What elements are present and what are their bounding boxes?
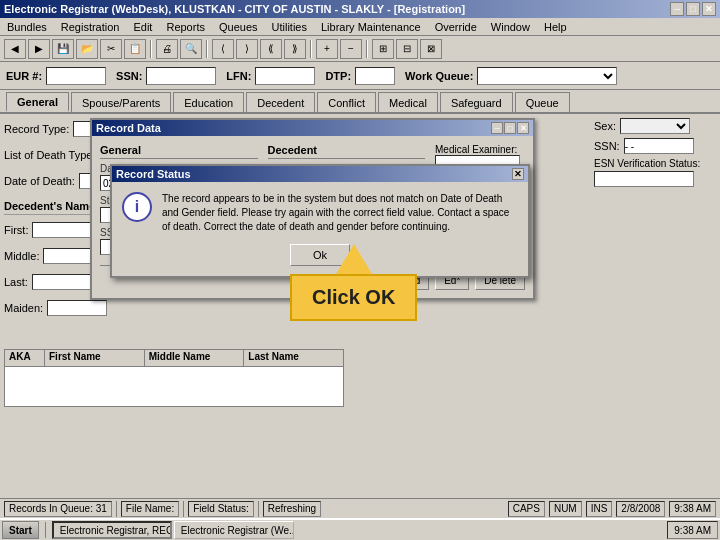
- toolbar-btn-10[interactable]: ⟩: [236, 39, 258, 59]
- record-data-controls: ─ □ ✕: [491, 122, 529, 134]
- toolbar-btn-5[interactable]: ✂: [100, 39, 122, 59]
- record-status-title-bar: Record Status ✕: [112, 166, 528, 182]
- tab-spouse-parents[interactable]: Spouse/Parents: [71, 92, 171, 112]
- toolbar-btn-16[interactable]: ⊟: [396, 39, 418, 59]
- toolbar-btn-17[interactable]: ⊠: [420, 39, 442, 59]
- window-title: Electronic Registrar (WebDesk), KLUSTKAN…: [4, 3, 465, 15]
- menu-edit[interactable]: Edit: [130, 21, 155, 33]
- dtp-field-group: DTP:: [325, 67, 395, 85]
- record-data-title: Record Data: [96, 122, 161, 134]
- menu-help[interactable]: Help: [541, 21, 570, 33]
- toolbar-btn-15[interactable]: ⊞: [372, 39, 394, 59]
- date-of-death-label: Date of Death:: [4, 175, 75, 187]
- refreshing-status: Refreshing: [263, 501, 321, 517]
- status-sep-3: [258, 501, 259, 517]
- toolbar-btn-11[interactable]: ⟪: [260, 39, 282, 59]
- decedent-col-label: Decedent: [268, 144, 426, 159]
- lfn-label: LFN:: [226, 70, 251, 82]
- dtp-input[interactable]: [355, 67, 395, 85]
- system-tray: 9:38 AM: [667, 521, 718, 539]
- maiden-name-input[interactable]: [47, 300, 107, 316]
- datetime-status: 2/8/2008: [616, 501, 665, 517]
- lfn-input[interactable]: [255, 67, 315, 85]
- taskbar-apps: Electronic Registrar, REC... Electronic …: [52, 521, 294, 539]
- toolbar-btn-2[interactable]: ▶: [28, 39, 50, 59]
- taskbar-app-1[interactable]: Electronic Registrar, REC...: [52, 521, 172, 539]
- tab-medical[interactable]: Medical: [378, 92, 438, 112]
- general-col-label: General: [100, 144, 258, 159]
- toolbar-btn-1[interactable]: ◀: [4, 39, 26, 59]
- toolbar: ◀ ▶ 💾 📂 ✂ 📋 🖨 🔍 ⟨ ⟩ ⟪ ⟫ + − ⊞ ⊟ ⊠: [0, 36, 720, 62]
- menu-registration[interactable]: Registration: [58, 21, 123, 33]
- esn-verification-label: ESN Verification Status:: [594, 158, 700, 169]
- sex-select[interactable]: [620, 118, 690, 134]
- status-sep-2: [183, 501, 184, 517]
- menu-bundles[interactable]: Bundles: [4, 21, 50, 33]
- tab-conflict[interactable]: Conflict: [317, 92, 376, 112]
- toolbar-btn-8[interactable]: 🔍: [180, 39, 202, 59]
- minimize-button[interactable]: ─: [670, 2, 684, 16]
- record-status-title: Record Status: [116, 168, 191, 180]
- record-data-maximize[interactable]: □: [504, 122, 516, 134]
- work-queue-select[interactable]: [477, 67, 617, 85]
- tab-general[interactable]: General: [6, 92, 69, 112]
- record-data-minimize[interactable]: ─: [491, 122, 503, 134]
- menu-reports[interactable]: Reports: [163, 21, 208, 33]
- right-ssn-input[interactable]: [624, 138, 694, 154]
- toolbar-btn-6[interactable]: 📋: [124, 39, 146, 59]
- toolbar-btn-4[interactable]: 📂: [76, 39, 98, 59]
- taskbar: Start Electronic Registrar, REC... Elect…: [0, 518, 720, 540]
- menu-library-maintenance[interactable]: Library Maintenance: [318, 21, 424, 33]
- last-name-input[interactable]: [32, 274, 92, 290]
- esn-verification-group: ESN Verification Status:: [594, 158, 714, 187]
- caps-indicator: CAPS: [508, 501, 545, 517]
- right-panel: Sex: SSN: ESN Verification Status:: [594, 118, 714, 193]
- dtp-label: DTP:: [325, 70, 351, 82]
- tab-decedent[interactable]: Decedent: [246, 92, 315, 112]
- clock: 9:38 AM: [674, 525, 711, 536]
- record-status-body: i The record appears to be in the system…: [112, 182, 528, 244]
- ssn-input[interactable]: [146, 67, 216, 85]
- aka-section: AKA First Name Middle Name Last Name: [4, 349, 344, 407]
- last-name-col-header: Last Name: [244, 350, 343, 366]
- taskbar-app-2[interactable]: Electronic Registrar (We...: [174, 521, 294, 539]
- status-sep-1: [116, 501, 117, 517]
- maiden-label: Maiden:: [4, 302, 43, 314]
- menu-queues[interactable]: Queues: [216, 21, 261, 33]
- records-in-queue-status: Records In Queue: 31: [4, 501, 112, 517]
- toolbar-btn-13[interactable]: +: [316, 39, 338, 59]
- right-panel-fields: Sex: SSN: ESN Verification Status:: [594, 118, 714, 187]
- maximize-button[interactable]: □: [686, 2, 700, 16]
- main-content: Record Type: List of Death Type: Date of…: [0, 114, 720, 454]
- record-type-label: Record Type:: [4, 123, 69, 135]
- eur-input[interactable]: [46, 67, 106, 85]
- start-button[interactable]: Start: [2, 521, 39, 539]
- toolbar-btn-3[interactable]: 💾: [52, 39, 74, 59]
- menu-bar: Bundles Registration Edit Reports Queues…: [0, 18, 720, 36]
- esn-verification-input[interactable]: [594, 171, 694, 187]
- work-queue-field-group: Work Queue:: [405, 67, 617, 85]
- lfn-field-group: LFN:: [226, 67, 315, 85]
- toolbar-btn-9[interactable]: ⟨: [212, 39, 234, 59]
- menu-utilities[interactable]: Utilities: [269, 21, 310, 33]
- close-button[interactable]: ✕: [702, 2, 716, 16]
- tab-safeguard[interactable]: Safeguard: [440, 92, 513, 112]
- ins-indicator: INS: [586, 501, 613, 517]
- record-status-close-button[interactable]: ✕: [512, 168, 524, 180]
- menu-window[interactable]: Window: [488, 21, 533, 33]
- middle-label: Middle:: [4, 250, 39, 262]
- menu-override[interactable]: Override: [432, 21, 480, 33]
- field-status-status: Field Status:: [188, 501, 254, 517]
- window-title-bar: Electronic Registrar (WebDesk), KLUSTKAN…: [0, 0, 720, 18]
- middle-name-col-header: Middle Name: [145, 350, 245, 366]
- record-data-close[interactable]: ✕: [517, 122, 529, 134]
- toolbar-btn-7[interactable]: 🖨: [156, 39, 178, 59]
- list-of-death-label: List of Death Type:: [4, 149, 96, 161]
- toolbar-btn-14[interactable]: −: [340, 39, 362, 59]
- tab-education[interactable]: Education: [173, 92, 244, 112]
- tab-queue[interactable]: Queue: [515, 92, 570, 112]
- toolbar-separator-4: [366, 40, 368, 58]
- tab-bar: General Spouse/Parents Education Deceden…: [0, 90, 720, 114]
- first-name-input[interactable]: [32, 222, 92, 238]
- toolbar-btn-12[interactable]: ⟫: [284, 39, 306, 59]
